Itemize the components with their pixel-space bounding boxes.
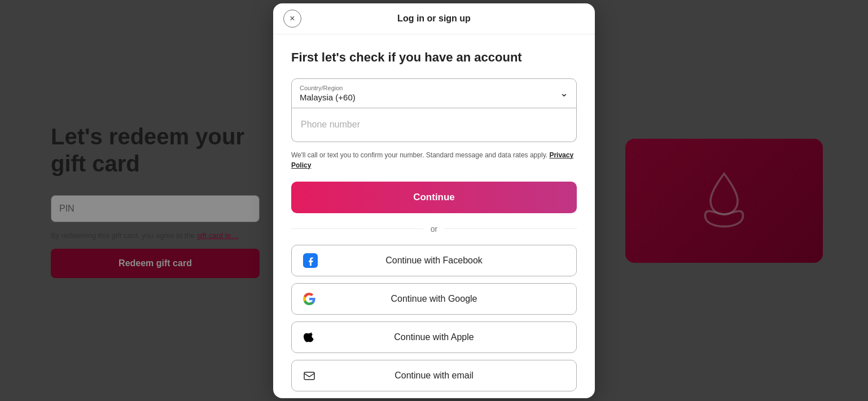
modal-body: First let's check if you have an account… <box>273 34 595 398</box>
country-label: Country/Region <box>300 85 568 91</box>
continue-email-button[interactable]: Continue with email <box>291 360 577 391</box>
divider-line-left <box>291 228 424 229</box>
modal-overlay: × Log in or sign up First let's check if… <box>0 0 868 401</box>
country-region-select[interactable]: Country/Region Malaysia (+60) ⌄ <box>291 78 577 108</box>
divider-text: or <box>431 224 437 233</box>
facebook-icon <box>303 253 318 268</box>
country-value: Malaysia (+60) <box>300 92 568 102</box>
modal-header: × Log in or sign up <box>273 3 595 34</box>
apple-icon <box>303 331 315 343</box>
continue-google-button[interactable]: Continue with Google <box>291 283 577 315</box>
modal-subtitle: First let's check if you have an account <box>291 50 577 65</box>
divider-line-right <box>444 228 577 229</box>
chevron-down-icon: ⌄ <box>560 87 568 99</box>
continue-apple-button[interactable]: Continue with Apple <box>291 321 577 353</box>
close-button[interactable]: × <box>283 10 301 28</box>
continue-facebook-button[interactable]: Continue with Facebook <box>291 245 577 276</box>
continue-button[interactable]: Continue <box>291 182 577 213</box>
svg-rect-1 <box>304 372 314 380</box>
disclaimer-text: We'll call or text you to confirm your n… <box>291 150 577 170</box>
modal-title: Log in or sign up <box>397 14 471 24</box>
google-icon <box>303 293 315 305</box>
phone-number-input[interactable] <box>291 108 577 142</box>
divider: or <box>291 224 577 233</box>
email-icon <box>303 369 315 382</box>
login-modal: × Log in or sign up First let's check if… <box>273 3 595 398</box>
